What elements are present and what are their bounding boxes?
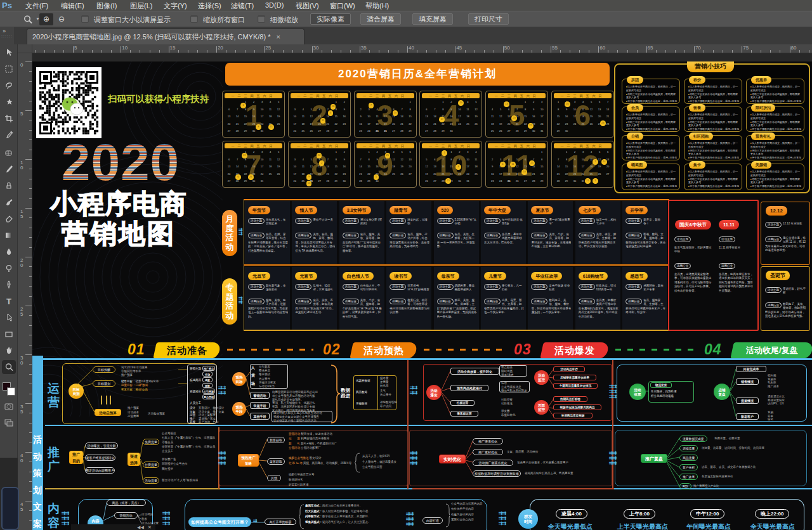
svg-text:T: T xyxy=(6,297,11,306)
